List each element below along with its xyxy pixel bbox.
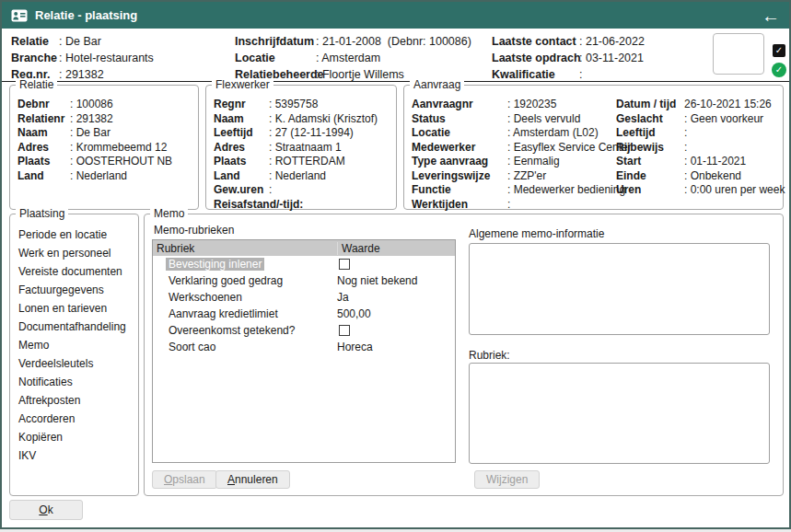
- wijzigen-button[interactable]: Wijzigen: [474, 470, 540, 489]
- sidebar-item[interactable]: Aftrekposten: [10, 391, 138, 410]
- waarde-checkbox[interactable]: [339, 325, 350, 336]
- annuleren-button[interactable]: Annuleren: [215, 470, 290, 489]
- relatie-panel: Relatie Debnr : 100086 Relatienr : 29138…: [9, 85, 199, 210]
- memo-rubrieken-title: Memo-rubrieken: [154, 224, 234, 237]
- field-label: Leveringswijze: [412, 169, 507, 184]
- sidebar-item[interactable]: Documentafhandeling: [10, 318, 138, 336]
- memo-panel-legend: Memo: [150, 207, 188, 220]
- green-check-badge-icon: ✓: [772, 63, 786, 77]
- sidebar-item[interactable]: Memo: [10, 336, 138, 354]
- table-row[interactable]: Aanvraag kredietlimiet 500,00: [153, 306, 455, 322]
- field-label: Status: [412, 112, 507, 127]
- rubriek-cell: Verklaring goed gedrag: [153, 274, 337, 287]
- field-value: : 291382: [70, 112, 113, 127]
- field-row: Status : Deels vervuld: [412, 112, 632, 127]
- rubriek-textarea[interactable]: [469, 363, 770, 464]
- black-checkbox-icon[interactable]: ✓: [773, 44, 785, 57]
- field-label: Adres: [17, 141, 70, 156]
- field-row: Leeftijd :: [616, 126, 785, 141]
- field-value: 26-10-2021 15:26: [684, 98, 772, 112]
- field-row: Reisafstand/-tijd:: [214, 198, 389, 213]
- waarde-value: 500,00: [337, 307, 371, 320]
- relatie-plaatsing-window: Relatie - plaatsing ← Relatie : De Bar B…: [0, 0, 791, 529]
- field-value: : Krommebeemd 12: [70, 141, 167, 156]
- field-value: : 03-11-2021: [579, 50, 644, 66]
- field-row: Adres : Krommebeemd 12: [17, 141, 191, 156]
- field-label: Plaats: [17, 155, 70, 169]
- field-label: Einde: [616, 169, 684, 184]
- relatie-panel-legend: Relatie: [16, 78, 57, 91]
- rubriek-label: Aanvraag kredietlimiet: [166, 307, 281, 320]
- field-label: Naam: [17, 126, 70, 141]
- table-row[interactable]: Verklaring goed gedrag Nog niet bekend: [153, 272, 455, 289]
- sidebar-item[interactable]: Lonen en tarieven: [10, 299, 138, 318]
- memo-panel: Memo Memo-rubrieken Rubriek Waarde Beves…: [144, 214, 784, 496]
- rubriek-cell: Aanvraag kredietlimiet: [153, 307, 337, 320]
- field-value: : De Bar: [59, 33, 101, 50]
- field-label: Debnr: [17, 98, 70, 112]
- field-label: Land: [214, 169, 269, 184]
- rubriek-cell: Bevestiging inlener: [153, 258, 337, 271]
- field-row: Land : Nederland: [17, 169, 191, 184]
- field-value: :: [507, 198, 510, 213]
- field-label: Regnr: [214, 98, 269, 112]
- field-value: : Geen voorkeur: [684, 112, 763, 127]
- ok-button[interactable]: Ok: [9, 500, 83, 520]
- sidebar-item[interactable]: Verdeelsleutels: [10, 354, 138, 373]
- field-value: : De Bar: [70, 126, 111, 141]
- header-column-2: Inschrijfdatum : 21-01-2008 (Debnr: 1000…: [235, 33, 471, 83]
- field-label: Relatie: [11, 33, 59, 50]
- field-label: Locatie: [412, 126, 507, 141]
- algemene-memo-textarea[interactable]: [469, 243, 770, 335]
- table-row[interactable]: Soort cao Horeca: [153, 339, 455, 355]
- sidebar-item[interactable]: Kopiëren: [10, 428, 138, 446]
- sidebar-item[interactable]: Periode en locatie: [10, 226, 138, 244]
- opslaan-button[interactable]: Opslaan: [152, 470, 217, 489]
- field-value: : 27 (12-11-1994): [269, 126, 354, 141]
- back-arrow-icon[interactable]: ←: [762, 6, 780, 25]
- field-row: Locatie : Amsterdam (L02): [412, 126, 632, 141]
- relatie-fields: Debnr : 100086 Relatienr : 291382 Naam :…: [17, 98, 191, 183]
- field-label: Aanvraagnr: [412, 98, 507, 112]
- waarde-value: Horeca: [337, 341, 373, 353]
- header-field-row: Inschrijfdatum : 21-01-2008 (Debnr: 1000…: [235, 33, 471, 50]
- field-label: Functie: [412, 183, 507, 198]
- sidebar-item[interactable]: Accorderen: [10, 410, 138, 428]
- field-value: : Easyflex Service Center: [507, 141, 632, 156]
- waarde-value: Ja: [337, 291, 349, 304]
- field-label: Kwalificatie: [492, 66, 579, 83]
- field-label: Werktijden: [412, 198, 507, 213]
- field-label: Adres: [214, 141, 269, 156]
- aanvraag-left-fields: Aanvraagnr : 1920235 Status : Deels verv…: [412, 98, 632, 212]
- table-row[interactable]: Overeenkomst getekend?: [153, 322, 455, 339]
- rubriek-cell: Overeenkomst getekend?: [153, 324, 337, 337]
- sidebar-item[interactable]: Vereiste documenten: [10, 262, 138, 281]
- header-field-row: Kwalificatie :: [492, 66, 645, 83]
- sidebar-item[interactable]: Notificaties: [10, 373, 138, 391]
- field-value: : Floortje Willems: [316, 66, 404, 83]
- table-row[interactable]: Werkschoenen Ja: [153, 289, 455, 306]
- sidebar-item[interactable]: Factuurgegevens: [10, 281, 138, 299]
- field-row: Functie : Medewerker bediening: [412, 183, 632, 198]
- field-value: :: [684, 141, 687, 156]
- field-value: : Nederland: [269, 169, 326, 184]
- table-row[interactable]: Bevestiging inlener: [153, 256, 455, 272]
- field-value: : Amsterdam (L02): [507, 126, 599, 141]
- field-row: Leeftijd : 27 (12-11-1994): [214, 126, 389, 141]
- waarde-cell: [337, 259, 455, 270]
- titlebar: Relatie - plaatsing ←: [2, 2, 789, 29]
- field-row: Plaats : OOSTERHOUT NB: [17, 155, 191, 169]
- sidebar-item[interactable]: Werk en personeel: [10, 244, 138, 262]
- column-header-rubriek: Rubriek: [153, 242, 337, 255]
- waarde-checkbox[interactable]: [339, 259, 350, 270]
- waarde-value: Nog niet bekend: [337, 274, 417, 287]
- field-row: Naam : K. Adamski (Krisztof): [214, 112, 389, 127]
- flexwerker-fields: Regnr : 5395758 Naam : K. Adamski (Krisz…: [214, 98, 389, 212]
- field-row: Regnr : 5395758: [214, 98, 389, 112]
- plaatsing-nav-items: Periode en locatie Werk en personeel Ver…: [10, 226, 138, 465]
- sidebar-item[interactable]: IKV: [10, 446, 138, 465]
- field-row: Relatienr : 291382: [17, 112, 191, 127]
- rubriek-label: Rubriek:: [469, 349, 510, 362]
- header-column-3: Laatste contact : 21-06-2022 Laatste opd…: [492, 33, 645, 83]
- rubriek-label: Overeenkomst getekend?: [166, 324, 297, 337]
